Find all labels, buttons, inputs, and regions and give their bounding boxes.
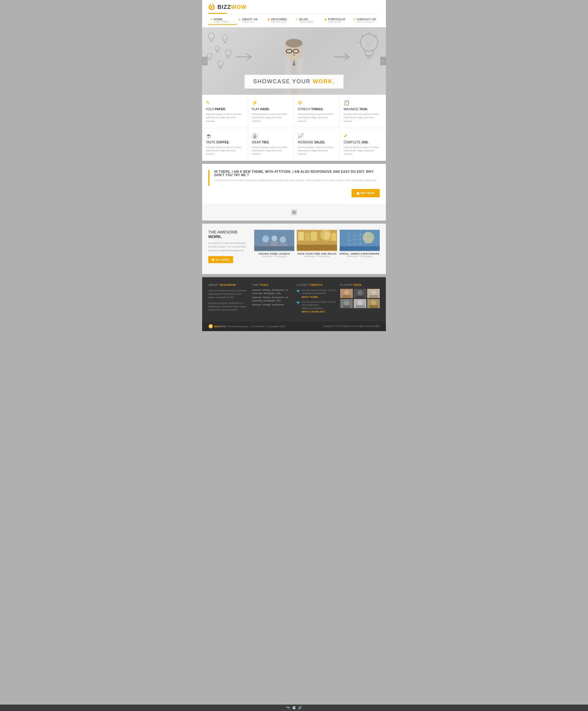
portfolio-img-2 — [297, 230, 337, 251]
feature-item-complete-job: ✔ COMPLETE JOB. A human being is a part … — [340, 128, 386, 161]
complete-job-desc: A human being is a part of a whole, call… — [344, 146, 382, 156]
footer-tagline: The awesome agency. — [227, 325, 249, 327]
footer-tags: THE TAGS awesome strategy development cs… — [252, 283, 292, 316]
portfolio-item-3-title: WIRES...WIRES EVERYWHERE — [340, 253, 380, 255]
tweet-text-1: I like this awesome freebie. Check it ou… — [302, 289, 336, 295]
svg-rect-59 — [297, 245, 337, 251]
strech-things-desc: A human being is a part of a whole, call… — [298, 112, 336, 123]
feature-item-wear-ties: 👔 WEAR TIES. A human being is a part of … — [248, 128, 294, 161]
svg-rect-53 — [298, 232, 304, 240]
wear-ties-title: WEAR TIES. — [252, 141, 290, 144]
svg-point-45 — [262, 236, 269, 243]
flickr-thumb-3[interactable] — [367, 289, 380, 298]
contact-icon: ✉ — [353, 18, 355, 21]
svg-point-75 — [357, 290, 363, 296]
svg-rect-79 — [369, 295, 378, 298]
feature-item-strech-things: ⚙ STRECH THINGS. A human being is a part… — [294, 95, 340, 128]
nav-item-features[interactable]: ▦ FEATURES WE PROVIDE — [265, 17, 294, 25]
strech-things-title: STRECH THINGS. — [298, 108, 336, 111]
footer-flickr: FLICKR FEED — [340, 283, 380, 316]
portfolio-title: THE AWESOME WORK. — [208, 230, 248, 239]
hero-next-button[interactable]: › — [380, 57, 386, 65]
portfolio-item-1[interactable]: 📷 🖼 🔗 HAVING SOME LAUNCH Webdesign // Ph… — [254, 230, 294, 257]
svg-point-49 — [280, 236, 286, 243]
svg-point-10 — [222, 35, 228, 40]
svg-point-16 — [225, 50, 231, 56]
fold-paper-icon: ✎ — [206, 100, 244, 106]
about-icon: ◈ — [239, 18, 241, 21]
cta-desc: Lorem ipsum dolor sit amet, consectetur … — [214, 178, 380, 182]
footer-address: 101 Park 45N7 // Los Angeles 346 45 — [250, 325, 286, 327]
footer-tags-title: THE TAGS — [252, 283, 292, 286]
svg-rect-73 — [342, 295, 351, 298]
feature-item-maximize-task: 📋 MAXIMIZE TASK. A human being is a part… — [340, 95, 386, 128]
footer-logo-icon — [208, 324, 213, 329]
svg-rect-88 — [369, 305, 378, 308]
separator-icon: ▣ — [291, 208, 297, 216]
nav-item-blog[interactable]: ☑ BLOG READ NEWS — [294, 17, 323, 25]
svg-point-4 — [208, 33, 214, 39]
flickr-thumb-5[interactable] — [354, 299, 366, 308]
hero-arrow-left — [236, 52, 254, 63]
cta-inner: HI THERE. I AM A NEW THEME, WITH ATTITUD… — [208, 170, 380, 186]
portfolio-item-2[interactable]: 📷 🖼 🔗 TAKE YOUR TIME AND RELAX Webdesign… — [297, 230, 337, 257]
tweet-time-1: ABOUT 15 MINS — [302, 296, 336, 298]
portfolio-item-2-sub: Webdesign // Photography — [297, 255, 337, 257]
all-work-button[interactable]: ▦ ALL WORK. — [208, 256, 233, 263]
hero-prev-button[interactable]: ‹ — [202, 57, 208, 65]
play-hard-title: PLAY HARD. — [252, 108, 290, 111]
nav-item-home[interactable]: ★ HOME START HERE — [208, 17, 237, 25]
separator: ▣ — [202, 203, 386, 220]
blog-icon: ☑ — [296, 18, 298, 21]
increase-sales-title: INCREASE SALES. — [298, 141, 336, 144]
cta-title: HI THERE. I AM A NEW THEME, WITH ATTITUD… — [214, 170, 380, 177]
portfolio-item-1-title: HAVING SOME LAUNCH — [254, 253, 294, 255]
footer-bottom: BIZZWOW The awesome agency. 101 Park 45N… — [202, 321, 386, 331]
flickr-thumb-4[interactable] — [340, 299, 353, 308]
all-work-icon: ▦ — [212, 258, 214, 261]
portfolio-desc: Too many of us look upon Americans as do… — [208, 241, 248, 253]
footer-tags-row1: awesome strategy development css photosh… — [252, 289, 292, 294]
svg-point-87 — [371, 300, 376, 305]
portfolio-item-3[interactable]: 📷 🖼 🔗 WIRES...WIRES EVERYWHERE Webdesign… — [340, 230, 380, 257]
svg-point-78 — [371, 290, 376, 295]
footer-tags-row3: awesome strategy development — [252, 304, 292, 306]
footer-flickr-title: FLICKR FEED — [340, 283, 380, 286]
feature-item-taste-coffee: ☕ TASTE COFFEE. A human being is a part … — [202, 128, 248, 161]
footer-copyright: Copyright © 2015.Company name All rights… — [323, 325, 380, 328]
tweet-item-2: 🐦 I like this awesome freebie. You can v… — [297, 301, 336, 313]
tweet-item-1: 🐦 I like this awesome freebie. Check it … — [297, 289, 336, 298]
play-hard-desc: A human being is a part of a whole, call… — [252, 112, 290, 123]
complete-job-title: COMPLETE JOB. — [344, 141, 382, 144]
flickr-thumb-1[interactable] — [340, 289, 353, 298]
feature-item-fold-paper: ✎ FOLD PAPER. A human being is a part of… — [202, 95, 248, 128]
svg-point-84 — [358, 300, 363, 305]
portfolio-items: 📷 🖼 🔗 HAVING SOME LAUNCH Webdesign // Ph… — [254, 230, 380, 257]
buy-now-button[interactable]: ▦ BUY NOW! — [352, 189, 380, 197]
footer: ABOUT BIZZWOW Lorem ipsum dolor sit amet… — [202, 277, 386, 322]
svg-rect-76 — [356, 296, 364, 298]
svg-rect-55 — [311, 231, 317, 240]
tweet-time-2: ABOUT 2 HOURS AGO — [302, 310, 336, 313]
svg-rect-85 — [355, 305, 365, 308]
nav-item-contact[interactable]: ✉ CONTACT US GET IN TOUCH — [351, 17, 380, 25]
flickr-thumb-2[interactable] — [354, 289, 366, 298]
svg-point-24 — [361, 34, 377, 51]
logo[interactable]: BIZZWOW — [208, 4, 380, 13]
flickr-thumb-6[interactable] — [367, 299, 380, 308]
svg-rect-54 — [305, 233, 310, 240]
footer-about-title: ABOUT BIZZWOW — [208, 283, 248, 286]
hero-bulb-right — [357, 30, 381, 71]
maximize-task-icon: 📋 — [344, 100, 382, 106]
maximize-task-title: MAXIMIZE TASK. — [344, 108, 382, 111]
nav-item-about[interactable]: ◈ ABOUT US KNOW US — [237, 17, 265, 25]
features-grid-row1: ✎ FOLD PAPER. A human being is a part of… — [202, 95, 386, 128]
svg-point-91 — [210, 326, 211, 327]
nav-item-portfolio[interactable]: ◉ PORTFOLIO OUR WORK — [323, 17, 351, 25]
hero-title: SHOWCASE YOUR WORK. — [253, 79, 335, 85]
portfolio-section: THE AWESOME WORK. Too many of us look up… — [202, 223, 386, 274]
tweet-text-2: I like this awesome freebie. You can vie… — [302, 301, 336, 310]
portfolio-header: THE AWESOME WORK. Too many of us look up… — [208, 230, 380, 263]
svg-point-21 — [218, 61, 223, 66]
svg-rect-58 — [331, 233, 336, 240]
